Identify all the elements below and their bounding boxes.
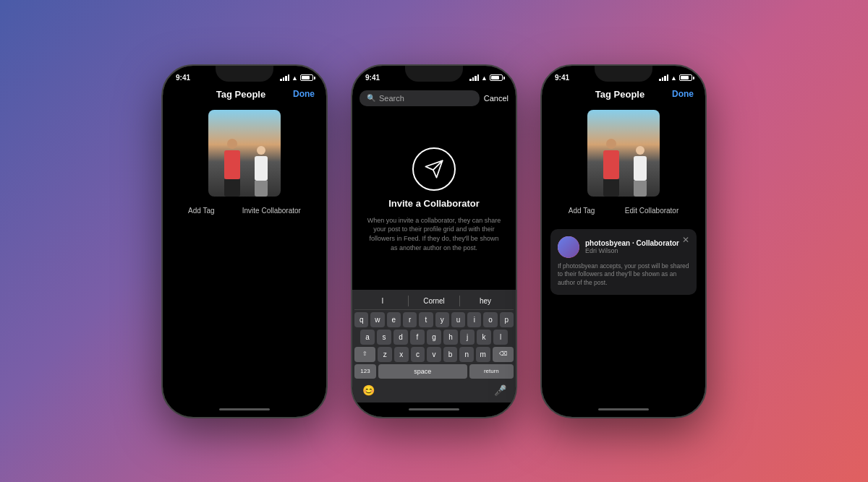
- wifi-icon-3: ▲: [671, 74, 677, 82]
- key-123[interactable]: 123: [354, 364, 376, 379]
- battery-icon-3: [679, 74, 692, 81]
- wifi-icon-2: ▲: [481, 74, 488, 82]
- key-r[interactable]: r: [403, 312, 417, 327]
- collaborator-card-3: photosbyean · Collaborator Edri Wilson ✕…: [550, 229, 697, 296]
- send-icon: [424, 159, 444, 179]
- battery-icon-2: [490, 74, 503, 81]
- keyboard-bottom-row: 😊 🎤: [354, 381, 514, 398]
- status-icons-1: ▲: [280, 74, 313, 82]
- search-bar-2[interactable]: 🔍 Search: [359, 90, 480, 106]
- key-delete[interactable]: ⌫: [493, 347, 514, 362]
- suggestions-row-2: I Cornel hey: [354, 293, 514, 310]
- key-y[interactable]: y: [435, 312, 449, 327]
- mic-icon[interactable]: 🎤: [492, 382, 508, 398]
- time-3: 9:41: [555, 74, 569, 82]
- invite-collaborator-button-1[interactable]: Invite Collaborator: [242, 207, 301, 215]
- key-j[interactable]: j: [460, 330, 475, 345]
- status-icons-2: ▲: [469, 74, 503, 82]
- home-indicator-3: [542, 403, 705, 417]
- signal-icon-1: [280, 74, 289, 81]
- key-m[interactable]: m: [476, 347, 490, 362]
- person-figure-3: [600, 139, 622, 197]
- collab-header-3: photosbyean · Collaborator Edri Wilson ✕: [558, 236, 689, 258]
- notch-3: [595, 66, 652, 82]
- key-b[interactable]: b: [443, 347, 458, 362]
- collab-name-3: Edri Wilson: [585, 247, 689, 254]
- empty-space-1: [163, 223, 326, 403]
- key-g[interactable]: g: [427, 330, 441, 345]
- key-u[interactable]: u: [451, 312, 465, 327]
- search-area-2: 🔍 Search Cancel: [352, 86, 516, 111]
- key-v[interactable]: v: [427, 347, 441, 362]
- collab-desc-3: If photosbyean accepts, your post will b…: [558, 262, 689, 288]
- suggestion-3[interactable]: hey: [460, 296, 511, 306]
- phone-1: 9:41 ▲ Tag People Done: [161, 64, 328, 418]
- add-tag-button-1[interactable]: Add Tag: [188, 207, 215, 215]
- photo-container-1: [163, 104, 326, 201]
- nav-title-3: Tag People: [595, 89, 644, 100]
- key-f[interactable]: f: [410, 330, 425, 345]
- key-return[interactable]: return: [469, 364, 514, 379]
- suggestion-1[interactable]: I: [357, 296, 408, 306]
- key-i[interactable]: i: [467, 312, 481, 327]
- search-icon-2: 🔍: [367, 94, 375, 102]
- key-o[interactable]: o: [483, 312, 497, 327]
- close-button-3[interactable]: ✕: [682, 235, 689, 245]
- action-buttons-1: Add Tag Invite Collaborator: [163, 201, 326, 223]
- key-t[interactable]: t: [419, 312, 433, 327]
- person-figure-2: [252, 146, 271, 197]
- time-2: 9:41: [365, 74, 380, 82]
- photo-container-3: [542, 104, 705, 201]
- edit-collaborator-button-3[interactable]: Edit Collaborator: [625, 207, 678, 215]
- key-z[interactable]: z: [378, 347, 392, 362]
- signal-icon-2: [469, 74, 479, 81]
- key-row-z: ⇧ z x c v b n m ⌫: [354, 347, 514, 362]
- status-icons-3: ▲: [659, 74, 692, 82]
- person-figure-1: [221, 139, 243, 197]
- signal-icon-3: [659, 74, 668, 81]
- key-d[interactable]: d: [393, 330, 408, 345]
- key-h[interactable]: h: [443, 330, 458, 345]
- invite-desc-2: When you invite a collaborator, they can…: [367, 216, 501, 252]
- key-e[interactable]: e: [387, 312, 401, 327]
- screen-2: 9:41 ▲ 🔍 Search Cancel: [352, 66, 516, 417]
- battery-icon-1: [300, 74, 313, 81]
- keyboard-2: I Cornel hey q w e r t y u i o p a s d f: [352, 290, 516, 403]
- add-tag-button-3[interactable]: Add Tag: [569, 207, 595, 215]
- nav-bar-3: Tag People Done: [542, 86, 705, 104]
- key-c[interactable]: c: [411, 347, 425, 362]
- key-k[interactable]: k: [477, 330, 491, 345]
- notch-1: [216, 66, 273, 82]
- nav-bar-1: Tag People Done: [163, 86, 326, 104]
- screen-1: 9:41 ▲ Tag People Done: [163, 66, 326, 417]
- key-l[interactable]: l: [493, 330, 508, 345]
- cancel-button-2[interactable]: Cancel: [484, 94, 509, 103]
- notch-2: [405, 66, 463, 82]
- emoji-icon[interactable]: 😊: [360, 382, 376, 398]
- empty-space-3: [542, 301, 705, 402]
- key-w[interactable]: w: [370, 312, 384, 327]
- key-shift[interactable]: ⇧: [354, 347, 375, 362]
- key-row-bottom: 123 space return: [354, 364, 514, 379]
- suggestion-2[interactable]: Cornel: [408, 296, 460, 306]
- done-button-1[interactable]: Done: [293, 89, 315, 99]
- home-indicator-2: [352, 403, 516, 417]
- key-space[interactable]: space: [378, 364, 467, 379]
- key-x[interactable]: x: [394, 347, 409, 362]
- search-input-2[interactable]: Search: [379, 94, 472, 103]
- key-n[interactable]: n: [459, 347, 474, 362]
- wifi-icon-1: ▲: [292, 74, 298, 82]
- key-s[interactable]: s: [377, 330, 391, 345]
- invite-section-2: Invite a Collaborator When you invite a …: [352, 111, 516, 290]
- home-indicator-1: [163, 403, 326, 417]
- done-button-3[interactable]: Done: [672, 89, 694, 99]
- action-buttons-3: Add Tag Edit Collaborator: [542, 201, 705, 223]
- person-figure-4: [631, 146, 650, 197]
- phone-2: 9:41 ▲ 🔍 Search Cancel: [351, 64, 517, 418]
- collab-info-3: photosbyean · Collaborator Edri Wilson: [585, 239, 689, 254]
- key-p[interactable]: p: [500, 312, 514, 327]
- photo-thumb-3: [587, 110, 660, 197]
- key-a[interactable]: a: [360, 330, 375, 345]
- invite-title-2: Invite a Collaborator: [388, 198, 480, 209]
- key-q[interactable]: q: [354, 312, 368, 327]
